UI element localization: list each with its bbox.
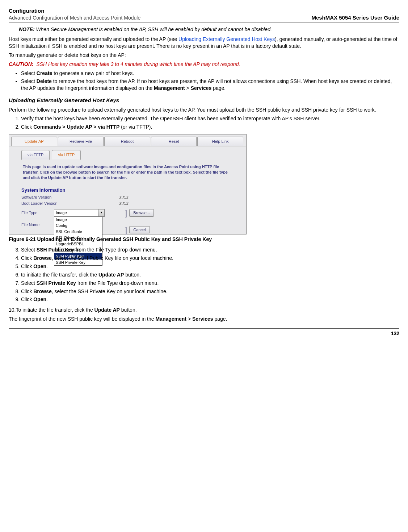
option-ssl-certificate[interactable]: SSL Certificate	[54, 229, 102, 235]
sub-tab-bar: via TFTP via HTTP	[21, 150, 242, 160]
header-left: Configuration Advanced Configuration of …	[9, 7, 140, 21]
step-9: Click Open.	[21, 296, 399, 303]
note-line: NOTE: When Secure Management is enabled …	[19, 26, 399, 33]
page-description: This page is used to update software ima…	[21, 162, 242, 184]
bullet-list: Select Create to generate a new pair of …	[16, 70, 399, 92]
step-8: Click Browse, select the SSH Private Key…	[21, 288, 399, 295]
header-subsection-title: Advanced Configuration of Mesh and Acces…	[9, 14, 140, 21]
update-ap-window: Update AP Retrieve File Reboot Reset Hel…	[9, 134, 247, 234]
tab-help-link[interactable]: Help Link	[197, 137, 243, 146]
tab-reset[interactable]: Reset	[151, 137, 197, 146]
para-manual: To manually generate or delete host keys…	[9, 52, 399, 59]
page-header: Configuration Advanced Configuration of …	[9, 7, 399, 22]
tab-retrieve-file[interactable]: Retrieve File	[58, 137, 104, 146]
subtab-via-http[interactable]: via HTTP	[52, 150, 81, 160]
bullet-delete: Select Delete to remove the host keys fr…	[21, 78, 399, 92]
option-image[interactable]: Image	[54, 217, 102, 223]
file-type-select-value: Image	[56, 211, 67, 215]
label-bootloader-version: Boot Loader Version	[21, 201, 76, 206]
subtab-via-tftp[interactable]: via TFTP	[21, 150, 50, 160]
step-1: Verify that the host keys have been exte…	[21, 115, 399, 122]
page-number: 132	[391, 331, 399, 336]
top-tab-bar: Update AP Retrieve File Reboot Reset Hel…	[9, 134, 246, 146]
step-2: Click Commands > Update AP > via HTTP (o…	[21, 124, 399, 130]
bracket-icon: ]	[125, 225, 127, 234]
steps-list-2: Select SSH Public Key from the File Type…	[16, 246, 399, 303]
link-uploading-keys[interactable]: Uploading Externally Generated Host Keys	[178, 36, 275, 42]
step-6: to initiate the file transfer, click the…	[21, 271, 399, 278]
header-section-title: Configuration	[9, 7, 140, 14]
steps-list-1: Verify that the host keys have been exte…	[16, 115, 399, 130]
note-body: When Secure Management is enabled on the…	[36, 26, 272, 32]
tab-update-ap[interactable]: Update AP	[11, 137, 57, 146]
tab-reboot[interactable]: Reboot	[104, 137, 150, 146]
bullet-create: Select Create to generate a new pair of …	[21, 70, 399, 77]
row-bootloader-version: Boot Loader Version X.X.X	[21, 201, 242, 206]
caution-body: SSH Host key creation may take 3 to 4 mi…	[36, 61, 240, 67]
label-file-name: File Name	[21, 213, 54, 228]
section-heading-upload: Uploading Externally Generated Host Keys	[9, 97, 399, 104]
bracket-icon: ]	[125, 208, 127, 217]
chevron-down-icon[interactable]: ▼	[98, 209, 104, 216]
row-software-version: Software Version X.X.X	[21, 195, 242, 200]
cancel-button[interactable]: Cancel	[129, 226, 150, 234]
figure-caption: Figure 6-21 Uploading an Externally Gene…	[9, 236, 399, 243]
file-type-select[interactable]: Image ▼	[54, 209, 105, 217]
caution-prefix: CAUTION:	[9, 61, 33, 67]
figure-screenshot: Update AP Retrieve File Reboot Reset Hel…	[9, 134, 399, 234]
step-4: Click Browse, select the SSH Public Key …	[21, 255, 399, 262]
label-software-version: Software Version	[21, 195, 76, 200]
value-bootloader-version: X.X.X	[76, 201, 129, 206]
system-information-heading: System Information	[21, 187, 242, 194]
header-guide-title: MeshMAX 5054 Series User Guide	[311, 14, 399, 21]
step-10: 10.To initiate the file transfer, click …	[9, 307, 399, 313]
step-3: Select SSH Public Key from the File Type…	[21, 246, 399, 253]
para-perform: Perform the following procedure to uploa…	[9, 107, 399, 113]
page-footer: 132	[9, 328, 399, 337]
value-software-version: X.X.X	[76, 195, 129, 200]
para-hostkeys: Host keys must either be generated exter…	[9, 36, 399, 50]
option-config[interactable]: Config	[54, 223, 102, 229]
browse-button[interactable]: Browse...	[129, 209, 154, 217]
note-prefix: NOTE:	[19, 26, 35, 32]
para-hostkeys-a: Host keys must either be generated exter…	[9, 36, 178, 42]
para-fingerprint: The fingerprint of the new SSH public ke…	[9, 316, 399, 323]
caution-line: CAUTION: SSH Host key creation may take …	[9, 61, 399, 68]
step-7: Select SSH Private Key from the File Typ…	[21, 280, 399, 287]
